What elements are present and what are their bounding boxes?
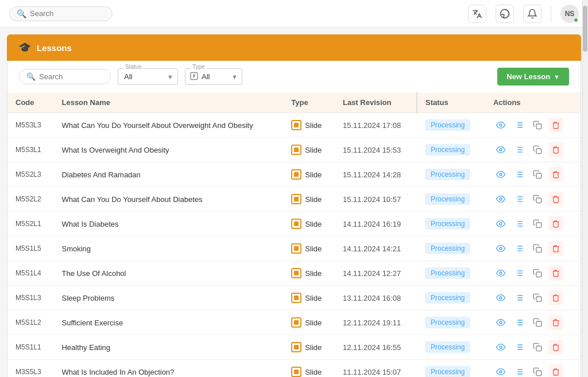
copy-button[interactable] <box>530 290 545 305</box>
filter-search-input[interactable] <box>39 72 102 81</box>
svg-rect-25 <box>536 173 541 178</box>
edit-button[interactable] <box>512 216 527 231</box>
type-filter-wrapper: Type All Slide Video ▼ <box>185 68 242 85</box>
delete-button[interactable] <box>548 142 563 157</box>
type-filter-icon <box>189 71 199 82</box>
view-button[interactable] <box>493 192 508 207</box>
type-label: Slide <box>305 195 322 204</box>
delete-button[interactable] <box>548 241 563 256</box>
svg-point-74 <box>500 346 502 348</box>
status-filter-wrapper: Status All Processing Published ▼ <box>118 68 178 85</box>
delete-button[interactable] <box>548 266 563 281</box>
cell-lesson-name: Healthy Eating <box>53 335 283 360</box>
cell-lesson-name: The Use Of Alcohol <box>53 261 283 286</box>
topbar-search-input[interactable] <box>30 9 105 18</box>
edit-button[interactable] <box>512 241 527 256</box>
view-button[interactable] <box>493 315 508 330</box>
cell-code: M5S2L1 <box>7 212 53 236</box>
cell-status: Processing <box>417 360 485 378</box>
filter-search-icon: 🔍 <box>26 72 36 81</box>
copy-button[interactable] <box>530 364 545 377</box>
type-label: Slide <box>305 318 322 327</box>
delete-button[interactable] <box>548 118 563 133</box>
slide-type-icon <box>291 120 301 130</box>
delete-button[interactable] <box>548 364 563 377</box>
edit-button[interactable] <box>512 340 527 355</box>
cell-lesson-name: Diabetes And Ramadan <box>53 162 283 187</box>
copy-button[interactable] <box>530 192 545 207</box>
edit-button[interactable] <box>512 364 527 377</box>
palette-icon[interactable] <box>496 5 514 23</box>
view-button[interactable] <box>493 290 508 305</box>
scrollbar-thumb[interactable] <box>583 6 587 52</box>
cell-type: Slide <box>283 138 335 162</box>
edit-button[interactable] <box>512 167 527 182</box>
new-lesson-button[interactable]: New Lesson ▼ <box>497 68 569 85</box>
avatar[interactable]: NS <box>560 5 579 23</box>
copy-button[interactable] <box>530 142 545 157</box>
cell-code: M5S2L2 <box>7 187 53 212</box>
topbar-left: 🔍 <box>9 6 113 21</box>
table-row: M5S2L2 What Can You Do Yourself About Di… <box>7 187 581 212</box>
translate-icon[interactable] <box>468 5 486 23</box>
cell-revision: 15.11.2024 15:53 <box>335 138 417 162</box>
type-label: Slide <box>305 146 322 154</box>
edit-button[interactable] <box>512 290 527 305</box>
view-button[interactable] <box>493 364 508 377</box>
view-button[interactable] <box>493 340 508 355</box>
delete-button[interactable] <box>548 315 563 330</box>
view-button[interactable] <box>493 216 508 231</box>
slide-type-icon <box>291 268 301 278</box>
cell-lesson-name: What Is Diabetes <box>53 212 283 236</box>
slide-type-icon <box>291 145 301 155</box>
filters-row: 🔍 Status All Processing Published ▼ Type… <box>7 61 581 92</box>
copy-button[interactable] <box>530 167 545 182</box>
delete-button[interactable] <box>548 290 563 305</box>
cell-revision: 15.11.2024 14:28 <box>335 162 417 187</box>
delete-button[interactable] <box>548 340 563 355</box>
copy-button[interactable] <box>530 266 545 281</box>
edit-button[interactable] <box>512 118 527 133</box>
copy-button[interactable] <box>530 216 545 231</box>
delete-button[interactable] <box>548 167 563 182</box>
svg-point-82 <box>500 371 502 373</box>
svg-point-58 <box>500 297 502 299</box>
svg-point-66 <box>500 321 502 324</box>
lesson-banner-icon: 🎓 <box>18 41 31 54</box>
cell-type: Slide <box>283 335 335 360</box>
copy-button[interactable] <box>530 118 545 133</box>
copy-button[interactable] <box>530 315 545 330</box>
filter-search-box[interactable]: 🔍 <box>19 69 111 84</box>
scrollbar-track[interactable] <box>582 0 588 377</box>
topbar-right: NS <box>468 5 579 23</box>
status-filter-select[interactable]: All Processing Published <box>118 68 178 85</box>
view-button[interactable] <box>493 142 508 157</box>
view-button[interactable] <box>493 118 508 133</box>
cell-status: Processing <box>417 236 485 261</box>
table-row: M3S5L3 What Is Included In An Objection?… <box>7 360 581 378</box>
bell-icon[interactable] <box>523 5 541 23</box>
cell-lesson-name: What Can You Do Yourself About Diabetes <box>53 187 283 212</box>
view-button[interactable] <box>493 241 508 256</box>
copy-button[interactable] <box>530 340 545 355</box>
cell-lesson-name: Sleep Problems <box>53 286 283 310</box>
delete-button[interactable] <box>548 216 563 231</box>
table-header: Code Lesson Name Type Last Revision Stat… <box>7 92 581 113</box>
cell-lesson-name: Smoking <box>53 236 283 261</box>
slide-type-icon <box>291 169 301 180</box>
topbar-search-box[interactable]: 🔍 <box>9 6 113 21</box>
col-type: Type <box>283 92 335 113</box>
edit-button[interactable] <box>512 192 527 207</box>
cell-code: M5S1L1 <box>7 335 53 360</box>
edit-button[interactable] <box>512 315 527 330</box>
edit-button[interactable] <box>512 266 527 281</box>
copy-button[interactable] <box>530 241 545 256</box>
view-button[interactable] <box>493 167 508 182</box>
delete-button[interactable] <box>548 192 563 207</box>
view-button[interactable] <box>493 266 508 281</box>
svg-rect-73 <box>536 321 541 327</box>
svg-rect-81 <box>536 346 541 351</box>
svg-point-42 <box>500 247 502 250</box>
edit-button[interactable] <box>512 142 527 157</box>
new-lesson-label: New Lesson <box>506 72 550 81</box>
